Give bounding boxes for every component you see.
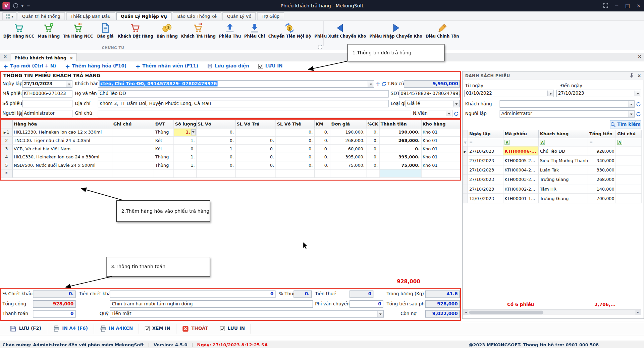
chevron-down-icon[interactable] (453, 101, 459, 106)
grid-cell[interactable] (330, 169, 366, 178)
grid-cell[interactable]: Thùng (154, 128, 174, 136)
rp-col-ma-phieu[interactable]: Mã phiếu (503, 130, 538, 138)
grid-cell[interactable]: 0. (314, 153, 330, 161)
toolbar-phieu-chi[interactable]: Phiếu Chi (243, 22, 267, 47)
grid-cell[interactable] (421, 169, 460, 178)
grid-cell[interactable]: 0. (314, 136, 330, 145)
grid-cell[interactable]: VCB, Vỏ chai bia Việt Nam (12, 144, 112, 153)
grid-cell[interactable]: 75,000. (330, 161, 366, 169)
list-cell[interactable]: KTH00001-1... (503, 193, 538, 203)
tu-ngay-input[interactable]: 01/10/2022 (464, 90, 554, 97)
save-print-toggle[interactable]: LƯU IN (214, 324, 251, 333)
toolbar-bao-gia[interactable]: Báo giá (95, 22, 116, 47)
grid-cell[interactable]: HKLC330, Heineken lon cao 24 x 330ml (12, 153, 112, 161)
chiet-khau-pct-input[interactable]: 0. (33, 291, 76, 298)
toolbar-khach-dat-hang[interactable]: Khách Đặt Hàng (116, 22, 155, 47)
quy-input[interactable]: Tiền mặt (110, 310, 384, 317)
maximize-icon[interactable]: □ (625, 3, 630, 9)
rp-khach-hang-input[interactable] (500, 100, 635, 108)
list-cell-code-highlighted[interactable]: KTH00006-... (503, 146, 538, 155)
filter-contains-icon[interactable]: A (540, 140, 545, 145)
filter-contains-icon[interactable]: A (617, 140, 622, 145)
grid-cell[interactable]: Kho 01 (421, 161, 460, 169)
nguoi-lap-input[interactable]: Administrator (22, 110, 72, 117)
grid-cell[interactable]: Kho 01 (421, 153, 460, 161)
tab-tro-giup[interactable]: Trợ Giúp (257, 12, 284, 20)
grid-cell[interactable]: 60,000. (330, 144, 366, 153)
refresh-icon[interactable] (635, 100, 641, 108)
grid-cell[interactable]: Két (154, 144, 174, 153)
grid-row[interactable]: ▶1 HKL12330, Heineken lon cao 12 x 330ml… (1, 128, 460, 136)
tab-phieu-khach-tra-hang[interactable]: Phiếu khách trả hàng × (11, 53, 77, 61)
chevron-down-icon[interactable] (377, 311, 383, 317)
grid-cell[interactable]: HKL12330, Heineken lon cao 12 x 330ml (12, 128, 112, 136)
filter-equals-icon[interactable]: = (469, 140, 473, 144)
col-header-kho-hang[interactable]: Kho hàng (421, 120, 460, 128)
grid-cell[interactable]: 0. (314, 161, 330, 169)
list-cell[interactable] (616, 175, 641, 184)
search-button[interactable]: Tìm kiếm (610, 120, 641, 129)
list-cell[interactable] (616, 155, 641, 165)
list-cell[interactable]: 27/10/2023 (468, 165, 503, 175)
col-header-thanh-tien[interactable]: Thành tiền (379, 120, 421, 128)
ngay-lap-input[interactable]: 27/10/2023 (22, 80, 72, 88)
chevron-down-icon[interactable] (547, 91, 553, 96)
grid-cell[interactable] (173, 169, 196, 178)
grid-cell[interactable] (379, 169, 421, 178)
grid-cell[interactable] (314, 169, 330, 178)
grid-cell[interactable] (275, 169, 314, 178)
ribbon-menu-icon[interactable]: ▾ (2, 12, 16, 20)
save-layout-button[interactable]: Lưu giao diện (207, 63, 249, 69)
grid-cell[interactable]: 1. (173, 153, 196, 161)
rp-col-khach-hang[interactable]: Khách hàng (539, 130, 588, 138)
minimize-icon[interactable]: − (614, 3, 619, 9)
rp-col-ghi-chu[interactable]: Ghi chú (616, 130, 641, 138)
grid-cell[interactable]: 0. (196, 153, 235, 161)
list-cell[interactable]: Siêu Thị Mường Thanh (539, 155, 588, 165)
grid-cell[interactable]: 0. (314, 144, 330, 153)
grid-cell[interactable]: 0. (366, 144, 379, 153)
list-cell[interactable]: Luận Tak (539, 165, 588, 175)
refresh-icon[interactable] (381, 80, 386, 88)
grid-cell[interactable]: 0. (173, 144, 196, 153)
thanh-toan-input[interactable]: 0 (33, 310, 76, 317)
close-document-icon[interactable]: × (638, 54, 641, 59)
tab-quan-ly-vo[interactable]: Quản Lý Vỏ (222, 12, 256, 20)
grid-row[interactable]: 4 HKLC330, Heineken lon cao 24 x 330ml T… (1, 153, 460, 161)
grid-cell[interactable]: Kho 01 (421, 144, 460, 153)
horizontal-scrollbar[interactable]: ◄ ► (463, 309, 641, 315)
rp-nguoi-lap-input[interactable]: Administrator (500, 110, 635, 118)
grid-cell[interactable]: Kho 01 (421, 136, 460, 145)
grid-cell[interactable] (112, 169, 154, 178)
list-cell[interactable]: 13/07/2023 (468, 193, 503, 203)
list-cell[interactable]: 140,000 (588, 184, 616, 193)
pin-icon[interactable] (629, 72, 634, 79)
receipt-row[interactable]: 27/10/2023 KTH00005-2... Siêu Thị Mường … (463, 155, 641, 165)
grid-cell[interactable] (112, 136, 154, 145)
add-employee-button[interactable]: +Thêm nhân viên (F11) (136, 63, 198, 69)
nhan-vien-input[interactable] (428, 110, 452, 117)
close-all-tabs-icon[interactable]: × (3, 54, 7, 59)
list-cell[interactable]: Tâm HR (539, 184, 588, 193)
scroll-right-icon[interactable]: ► (635, 310, 641, 315)
exit-button[interactable]: THOÁT (176, 324, 214, 333)
grid-row[interactable]: 3 VCB, Vỏ chai bia Việt Nam Két 0. 1. 0.… (1, 144, 460, 153)
grid-cell[interactable]: Thùng (154, 161, 174, 169)
filter-equals-icon[interactable]: = (589, 140, 593, 144)
ribbon-collapse-icon[interactable]: ^ (318, 45, 322, 49)
grid-cell[interactable] (12, 169, 112, 178)
receipt-row[interactable]: 27/10/2023 KTH00002-2... Tâm HR 140,000 (463, 184, 641, 193)
col-header-hang-hoa[interactable]: Hàng hóa (12, 120, 112, 128)
grid-cell[interactable]: 395,000. (379, 153, 421, 161)
phi-van-chuyen-input[interactable]: 0 (350, 300, 383, 308)
list-cell[interactable]: 330,000 (588, 165, 616, 175)
thue-pct-input[interactable]: 0. (293, 291, 312, 298)
list-cell[interactable]: KTH00002-2... (503, 184, 538, 193)
list-cell[interactable] (616, 193, 641, 203)
grid-cell[interactable]: 75,000. (379, 161, 421, 169)
grid-cell[interactable]: 1. (196, 144, 235, 153)
grid-cell[interactable]: 0. (366, 128, 379, 136)
quick-access-circle-icon[interactable] (13, 3, 18, 8)
save-print-toggle[interactable]: LƯU IN (258, 63, 283, 69)
filter-contains-icon[interactable]: A (504, 140, 509, 145)
